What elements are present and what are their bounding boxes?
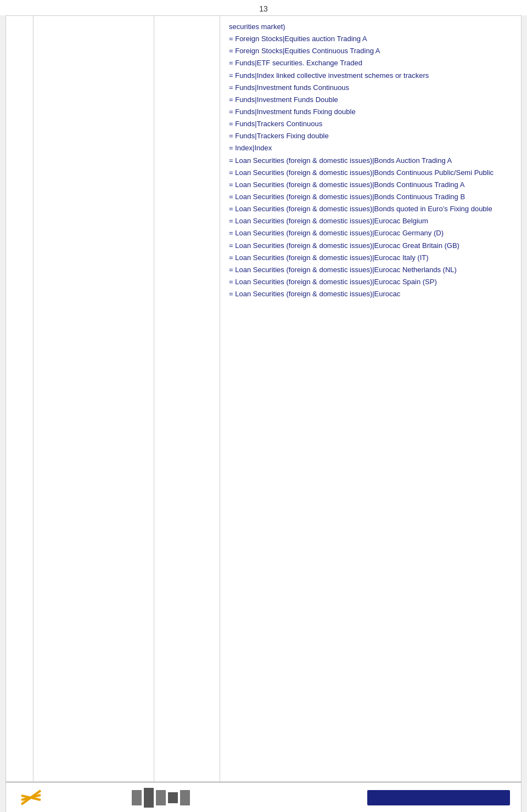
footer-blue-bar <box>367 790 510 805</box>
content-line: = Funds|ETF securities. Exchange Traded <box>229 58 512 69</box>
footer-bar-2 <box>144 788 154 808</box>
content-line: = Loan Securities (foreign & domestic is… <box>229 264 512 275</box>
footer-bar-5 <box>180 790 190 805</box>
content-line: = Index|Index <box>229 143 512 154</box>
content-line: = Foreign Stocks|Equities auction Tradin… <box>229 33 512 44</box>
content-line: = Loan Securities (foreign & domestic is… <box>229 204 512 215</box>
content-line: securities market) <box>229 21 512 32</box>
content-line: = Loan Securities (foreign & domestic is… <box>229 277 512 287</box>
footer <box>5 782 522 812</box>
content-line: = Funds|Trackers Continuous <box>229 119 512 129</box>
content-line: = Funds|Investment Funds Double <box>229 94 512 105</box>
content-line: = Funds|Trackers Fixing double <box>229 131 512 142</box>
column-1 <box>6 16 33 781</box>
content-line: = Funds|Investment funds Continuous <box>229 82 512 93</box>
content-line: = Funds|Investment funds Fixing double <box>229 106 512 117</box>
column-3 <box>154 16 220 781</box>
content-line: = Loan Securities (foreign & domestic is… <box>229 228 512 239</box>
content-line: = Foreign Stocks|Equities Continuous Tra… <box>229 46 512 57</box>
column-2 <box>33 16 154 781</box>
content-text-block: securities market)= Foreign Stocks|Equit… <box>229 21 512 300</box>
content-line: = Loan Securities (foreign & domestic is… <box>229 289 512 300</box>
main-content: securities market)= Foreign Stocks|Equit… <box>5 15 522 782</box>
content-line: = Funds|Index linked collective investme… <box>229 70 512 81</box>
content-line: = Loan Securities (foreign & domestic is… <box>229 240 512 251</box>
content-line: = Loan Securities (foreign & domestic is… <box>229 167 512 178</box>
content-line: = Loan Securities (foreign & domestic is… <box>229 216 512 227</box>
content-line: = Loan Securities (foreign & domestic is… <box>229 252 512 263</box>
content-line: = Loan Securities (foreign & domestic is… <box>229 179 512 190</box>
content-line: = Loan Securities (foreign & domestic is… <box>229 191 512 202</box>
footer-center <box>44 788 277 808</box>
content-line: = Loan Securities (foreign & domestic is… <box>229 155 512 166</box>
footer-logo <box>17 787 44 809</box>
page-number: 13 <box>0 0 527 15</box>
footer-bar-1 <box>132 790 142 805</box>
footer-right <box>277 790 510 805</box>
footer-bar-4 <box>168 792 178 803</box>
main-column: securities market)= Foreign Stocks|Equit… <box>220 16 521 781</box>
footer-bar-3 <box>156 790 166 805</box>
